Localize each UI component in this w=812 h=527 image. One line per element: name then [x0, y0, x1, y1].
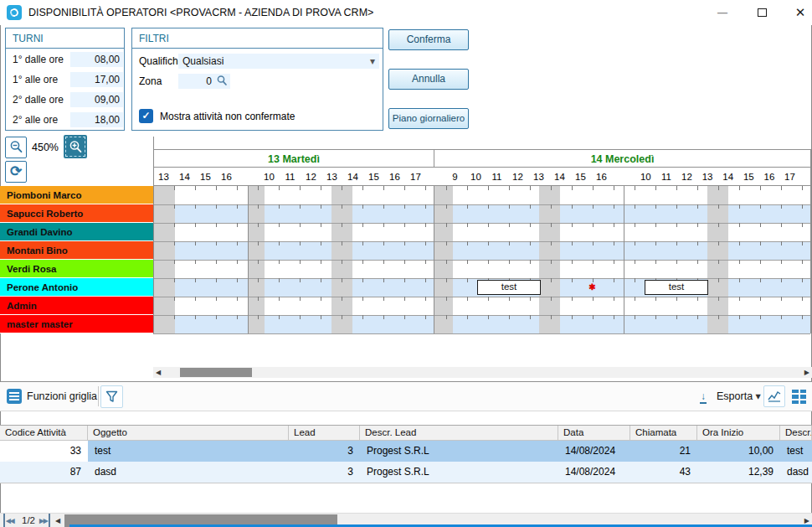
- table-cell[interactable]: Progest S.R.L: [360, 441, 558, 462]
- table-row[interactable]: 33test3Progest S.R.L14/08/20242110,00tes…: [0, 441, 812, 462]
- event-marker-icon[interactable]: ✱: [588, 282, 597, 292]
- table-cell[interactable]: dasd: [88, 462, 289, 483]
- table-header-descr-[interactable]: Descr.: [780, 426, 812, 441]
- table-scroll-left-icon[interactable]: ◀: [55, 515, 60, 526]
- table-cell[interactable]: 12,39: [697, 462, 780, 483]
- table-cell[interactable]: 10,00: [697, 441, 780, 462]
- hour-ticks: [153, 223, 810, 227]
- table-header-ora-inizio[interactable]: Ora Inizio: [697, 426, 780, 441]
- table-header-descr-lead[interactable]: Descr. Lead: [360, 426, 558, 441]
- hour-ticks: [153, 260, 810, 264]
- table-header-lead[interactable]: Lead: [289, 426, 360, 441]
- grid-left-border: [153, 137, 154, 333]
- table-bottom-border: [0, 483, 812, 483]
- table-cell[interactable]: 21: [630, 441, 697, 462]
- table-cell[interactable]: 3: [289, 441, 360, 462]
- app-window: DISPONIBILITÀ OPERATORI <PROVACRM - AZIE…: [0, 0, 812, 527]
- table-header-data[interactable]: Data: [558, 426, 630, 441]
- hour-ticks: [153, 297, 810, 301]
- first-page-icon[interactable]: ◀◀: [3, 514, 14, 527]
- table-cell[interactable]: 43: [630, 462, 697, 483]
- table-header-oggetto[interactable]: Oggetto: [88, 426, 289, 441]
- hour-ticks: [153, 204, 810, 209]
- table-cell[interactable]: 3: [289, 462, 360, 483]
- last-page-icon[interactable]: ▶▶: [39, 514, 50, 527]
- table-cell[interactable]: test: [88, 441, 289, 462]
- table-header-chiamata[interactable]: Chiamata: [630, 426, 697, 441]
- table-cell[interactable]: test: [780, 441, 812, 462]
- grid-divider: [248, 186, 249, 333]
- grid-divider: [434, 186, 434, 333]
- table-cell[interactable]: 14/08/2024: [558, 462, 630, 483]
- row-separator-line: [153, 333, 810, 334]
- table-row[interactable]: 87dasd3Progest S.R.L14/08/20244312,39das…: [0, 462, 812, 483]
- hour-ticks: [153, 241, 810, 245]
- table-header-codice-attivit-[interactable]: Codice Attività: [0, 426, 88, 441]
- event-box[interactable]: test: [645, 280, 708, 295]
- hour-ticks: [153, 186, 810, 190]
- table-cell[interactable]: 14/08/2024: [558, 441, 630, 462]
- table-cell[interactable]: dasd: [780, 462, 812, 483]
- page-indicator: 1/2: [22, 514, 35, 527]
- hour-row-border: [153, 185, 810, 186]
- hour-ticks: [153, 315, 810, 319]
- grid-right-border: [810, 149, 811, 333]
- event-box[interactable]: test: [477, 280, 541, 295]
- grid-divider: [624, 186, 624, 333]
- table-cell[interactable]: Progest S.R.L: [360, 462, 558, 483]
- table-cell[interactable]: 87: [0, 462, 88, 483]
- table-cell[interactable]: 33: [0, 441, 88, 462]
